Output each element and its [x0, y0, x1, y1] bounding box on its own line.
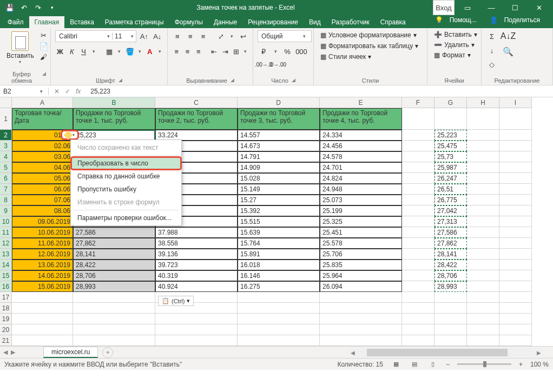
cell[interactable] — [467, 281, 499, 292]
cell[interactable] — [467, 162, 499, 173]
cell[interactable]: 11.06.2019 — [12, 238, 73, 249]
number-format-combo[interactable]: Общий▾ — [258, 30, 312, 42]
fx-icon[interactable]: fx — [76, 88, 81, 95]
col-header-E[interactable]: E — [320, 97, 402, 108]
zoom-level[interactable]: 100 % — [530, 361, 549, 368]
menu-error-checking-options[interactable]: Параметры проверки ошибок... — [71, 211, 181, 224]
cell[interactable] — [238, 314, 320, 324]
cell[interactable] — [238, 324, 320, 335]
tab-home[interactable]: Главная — [29, 16, 65, 28]
cell[interactable] — [402, 108, 435, 130]
cell[interactable]: 28,422 — [73, 260, 155, 270]
col-header-A[interactable]: A — [12, 97, 73, 108]
col-header-I[interactable]: I — [499, 97, 532, 108]
cell[interactable]: 25.325 — [320, 216, 402, 227]
cell[interactable] — [402, 324, 435, 335]
cell[interactable] — [499, 324, 532, 335]
cell[interactable]: 26,247 — [435, 173, 467, 184]
sort-filter-icon[interactable]: A↓Z — [502, 30, 514, 42]
view-normal-icon[interactable]: ▦ — [391, 360, 401, 369]
cell[interactable] — [499, 173, 532, 184]
conditional-formatting[interactable]: ▦ Условное форматирование ▾ — [318, 30, 423, 40]
align-right-icon[interactable]: ≡ — [194, 45, 203, 57]
view-page-layout-icon[interactable]: ▤ — [409, 360, 420, 369]
cell[interactable] — [499, 195, 532, 205]
menu-convert-to-number[interactable]: Преобразовать в число — [71, 157, 181, 170]
row-header-2[interactable]: 2 — [0, 130, 12, 141]
cell[interactable]: 27,586 — [73, 227, 155, 238]
add-sheet-button[interactable]: + — [102, 347, 113, 358]
cell[interactable] — [435, 314, 467, 324]
font-color-icon[interactable]: A — [145, 45, 155, 57]
cell[interactable]: 25.578 — [320, 238, 402, 249]
cell[interactable] — [467, 292, 499, 303]
cell[interactable]: 26,775 — [435, 195, 467, 205]
align-middle-icon[interactable]: ≡ — [185, 30, 196, 42]
cell[interactable] — [12, 292, 73, 303]
cell[interactable] — [467, 227, 499, 238]
cell[interactable]: 06.06 — [12, 184, 73, 195]
cell[interactable] — [402, 227, 435, 238]
cell[interactable] — [499, 151, 532, 162]
cell[interactable] — [73, 314, 155, 324]
cell[interactable]: 16.275 — [238, 281, 320, 292]
cell[interactable] — [467, 314, 499, 324]
menu-ignore-error[interactable]: Пропустить ошибку — [71, 183, 181, 196]
row-header-7[interactable]: 7 — [0, 184, 12, 195]
percent-icon[interactable]: % — [281, 45, 293, 57]
zoom-out-icon[interactable]: − — [446, 361, 450, 368]
zoom-slider[interactable] — [457, 363, 511, 365]
cell[interactable]: 09.06.2019 — [12, 216, 73, 227]
grid[interactable]: ABCDEFGHI 123456789101112131415161718192… — [0, 97, 553, 346]
cell[interactable]: 26,51 — [435, 184, 467, 195]
cell[interactable]: 15.27 — [238, 195, 320, 205]
tab-formulas[interactable]: Формулы — [169, 16, 208, 28]
cell[interactable]: 28,993 — [73, 281, 155, 292]
tab-view[interactable]: Вид — [304, 16, 326, 28]
view-page-break-icon[interactable]: ▯ — [427, 360, 438, 369]
cell[interactable]: 39.723 — [155, 260, 238, 270]
cancel-icon[interactable]: ✕ — [54, 88, 60, 95]
sheet-nav-prev-icon[interactable]: ◀ — [3, 349, 8, 356]
qat-more-icon[interactable]: ▾ — [45, 2, 58, 14]
cell[interactable]: 24.824 — [320, 173, 402, 184]
cell[interactable]: 27,042 — [435, 205, 467, 216]
tab-help[interactable]: Справка — [375, 16, 411, 28]
cell[interactable] — [467, 303, 499, 314]
cell[interactable] — [467, 205, 499, 216]
cell[interactable]: Торговая точка/ Дата — [12, 108, 73, 130]
row-header-5[interactable]: 5 — [0, 162, 12, 173]
cell[interactable] — [238, 303, 320, 314]
underline-icon[interactable]: Ч — [79, 45, 89, 57]
share-button[interactable]: 👤 Поделиться — [485, 12, 549, 28]
row-header-12[interactable]: 12 — [0, 238, 12, 249]
save-icon[interactable]: 💾 — [3, 2, 16, 14]
cell[interactable] — [467, 141, 499, 151]
increase-indent-icon[interactable]: ⇥ — [221, 45, 229, 57]
cell[interactable]: 25,987 — [435, 162, 467, 173]
row-header-20[interactable]: 20 — [0, 324, 12, 335]
align-left-icon[interactable]: ≡ — [172, 45, 181, 57]
align-center-icon[interactable]: ≡ — [183, 45, 192, 57]
cell[interactable] — [499, 249, 532, 260]
cell[interactable] — [402, 292, 435, 303]
clear-icon[interactable]: ◇ — [486, 58, 498, 70]
decrease-indent-icon[interactable]: ⇤ — [210, 45, 219, 57]
cell[interactable]: 15.515 — [238, 216, 320, 227]
cell[interactable] — [402, 205, 435, 216]
cell[interactable] — [467, 260, 499, 270]
cell[interactable] — [467, 130, 499, 141]
cell[interactable] — [467, 184, 499, 195]
cell[interactable] — [467, 324, 499, 335]
cell[interactable]: 12.06.2019 — [12, 249, 73, 260]
cell[interactable] — [73, 324, 155, 335]
wrap-text-icon[interactable]: ↩ — [238, 30, 248, 42]
cell[interactable] — [402, 173, 435, 184]
cell[interactable] — [499, 260, 532, 270]
cell[interactable] — [402, 249, 435, 260]
increase-font-icon[interactable]: A↑ — [139, 30, 150, 42]
paste-button[interactable]: Вставить ▾ — [4, 30, 36, 65]
decrease-font-icon[interactable]: A↓ — [152, 30, 163, 42]
row-header-21[interactable]: 21 — [0, 335, 12, 346]
cell[interactable]: 24.701 — [320, 162, 402, 173]
